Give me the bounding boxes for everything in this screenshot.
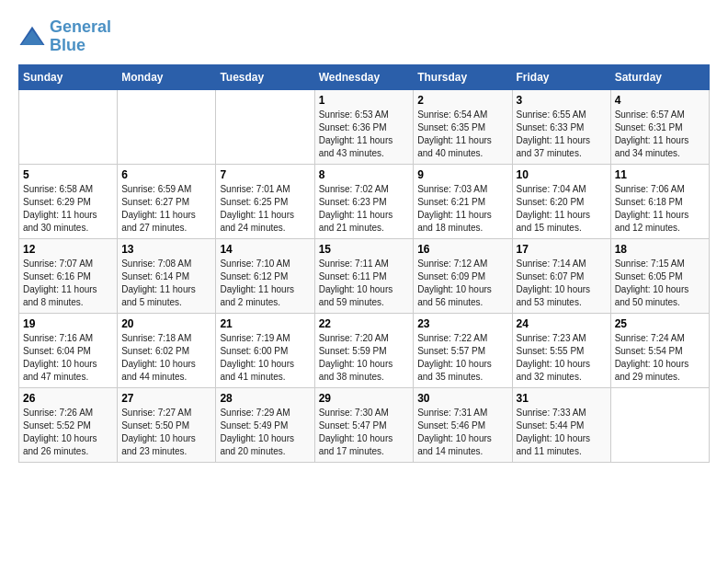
weekday-monday: Monday [118,64,216,89]
day-number: 25 [615,317,705,330]
day-info: Sunrise: 7:01 AM Sunset: 6:25 PM Dayligh… [220,183,310,235]
day-cell: 18Sunrise: 7:15 AM Sunset: 6:05 PM Dayli… [610,238,709,313]
day-info: Sunrise: 7:23 AM Sunset: 5:55 PM Dayligh… [517,332,607,384]
day-info: Sunrise: 7:19 AM Sunset: 6:00 PM Dayligh… [220,332,310,384]
day-cell: 5Sunrise: 6:58 AM Sunset: 6:29 PM Daylig… [19,164,118,238]
day-info: Sunrise: 7:07 AM Sunset: 6:16 PM Dayligh… [23,258,113,309]
day-info: Sunrise: 7:27 AM Sunset: 5:50 PM Dayligh… [121,407,211,458]
week-row-5: 26Sunrise: 7:26 AM Sunset: 5:52 PM Dayli… [19,387,710,462]
day-number: 3 [517,94,607,107]
day-info: Sunrise: 7:06 AM Sunset: 6:18 PM Dayligh… [615,183,705,235]
day-cell: 3Sunrise: 6:55 AM Sunset: 6:33 PM Daylig… [512,89,610,164]
day-number: 9 [417,168,507,181]
day-number: 24 [517,317,607,330]
day-number: 13 [121,243,211,256]
week-row-2: 5Sunrise: 6:58 AM Sunset: 6:29 PM Daylig… [19,164,710,238]
day-info: Sunrise: 7:12 AM Sunset: 6:09 PM Dayligh… [417,258,507,309]
day-cell: 17Sunrise: 7:14 AM Sunset: 6:07 PM Dayli… [512,238,610,313]
day-cell: 11Sunrise: 7:06 AM Sunset: 6:18 PM Dayli… [610,164,709,238]
week-row-3: 12Sunrise: 7:07 AM Sunset: 6:16 PM Dayli… [19,238,710,313]
logo-icon [18,23,46,51]
day-number: 10 [517,168,607,181]
day-cell: 16Sunrise: 7:12 AM Sunset: 6:09 PM Dayli… [414,238,512,313]
day-info: Sunrise: 7:29 AM Sunset: 5:49 PM Dayligh… [220,407,310,458]
day-info: Sunrise: 6:57 AM Sunset: 6:31 PM Dayligh… [615,109,705,160]
calendar-body: 1Sunrise: 6:53 AM Sunset: 6:36 PM Daylig… [19,89,710,462]
day-info: Sunrise: 7:10 AM Sunset: 6:12 PM Dayligh… [220,258,310,309]
day-cell: 19Sunrise: 7:16 AM Sunset: 6:04 PM Dayli… [19,313,118,387]
day-number: 2 [417,94,507,107]
day-cell: 12Sunrise: 7:07 AM Sunset: 6:16 PM Dayli… [19,238,118,313]
day-info: Sunrise: 6:58 AM Sunset: 6:29 PM Dayligh… [23,183,113,235]
day-info: Sunrise: 7:15 AM Sunset: 6:05 PM Dayligh… [615,258,705,309]
day-number: 28 [220,392,310,405]
day-number: 17 [517,243,607,256]
day-info: Sunrise: 7:02 AM Sunset: 6:23 PM Dayligh… [319,183,410,235]
day-number: 26 [23,392,113,405]
day-number: 19 [23,317,113,330]
day-info: Sunrise: 7:04 AM Sunset: 6:20 PM Dayligh… [517,183,607,235]
day-info: Sunrise: 7:18 AM Sunset: 6:02 PM Dayligh… [121,332,211,384]
weekday-wednesday: Wednesday [314,64,414,89]
page-header: General Blue [18,18,710,55]
day-cell: 29Sunrise: 7:30 AM Sunset: 5:47 PM Dayli… [314,387,414,462]
day-number: 5 [23,168,113,181]
day-cell: 28Sunrise: 7:29 AM Sunset: 5:49 PM Dayli… [216,387,314,462]
day-number: 15 [319,243,410,256]
day-number: 18 [615,243,705,256]
day-number: 27 [121,392,211,405]
day-cell: 4Sunrise: 6:57 AM Sunset: 6:31 PM Daylig… [610,89,709,164]
day-cell: 7Sunrise: 7:01 AM Sunset: 6:25 PM Daylig… [216,164,314,238]
day-info: Sunrise: 6:55 AM Sunset: 6:33 PM Dayligh… [517,109,607,160]
weekday-saturday: Saturday [610,64,709,89]
day-cell: 2Sunrise: 6:54 AM Sunset: 6:35 PM Daylig… [414,89,512,164]
day-number: 31 [517,392,607,405]
day-number: 12 [23,243,113,256]
day-cell: 1Sunrise: 6:53 AM Sunset: 6:36 PM Daylig… [314,89,414,164]
day-cell: 15Sunrise: 7:11 AM Sunset: 6:11 PM Dayli… [314,238,414,313]
day-number: 8 [319,168,410,181]
day-cell: 13Sunrise: 7:08 AM Sunset: 6:14 PM Dayli… [118,238,216,313]
day-info: Sunrise: 6:59 AM Sunset: 6:27 PM Dayligh… [121,183,211,235]
day-info: Sunrise: 7:14 AM Sunset: 6:07 PM Dayligh… [517,258,607,309]
day-cell: 31Sunrise: 7:33 AM Sunset: 5:44 PM Dayli… [512,387,610,462]
day-cell: 9Sunrise: 7:03 AM Sunset: 6:21 PM Daylig… [414,164,512,238]
weekday-thursday: Thursday [414,64,512,89]
calendar-table: SundayMondayTuesdayWednesdayThursdayFrid… [18,64,710,463]
day-cell: 30Sunrise: 7:31 AM Sunset: 5:46 PM Dayli… [414,387,512,462]
day-info: Sunrise: 7:11 AM Sunset: 6:11 PM Dayligh… [319,258,410,309]
weekday-header-row: SundayMondayTuesdayWednesdayThursdayFrid… [19,64,710,89]
day-cell: 25Sunrise: 7:24 AM Sunset: 5:54 PM Dayli… [610,313,709,387]
week-row-4: 19Sunrise: 7:16 AM Sunset: 6:04 PM Dayli… [19,313,710,387]
weekday-tuesday: Tuesday [216,64,314,89]
day-info: Sunrise: 7:22 AM Sunset: 5:57 PM Dayligh… [417,332,507,384]
day-cell: 10Sunrise: 7:04 AM Sunset: 6:20 PM Dayli… [512,164,610,238]
day-number: 21 [220,317,310,330]
day-cell: 21Sunrise: 7:19 AM Sunset: 6:00 PM Dayli… [216,313,314,387]
day-cell: 8Sunrise: 7:02 AM Sunset: 6:23 PM Daylig… [314,164,414,238]
day-cell [610,387,709,462]
day-info: Sunrise: 7:30 AM Sunset: 5:47 PM Dayligh… [319,407,410,458]
day-number: 16 [417,243,507,256]
logo: General Blue [18,18,111,55]
day-number: 6 [121,168,211,181]
day-cell [118,89,216,164]
day-cell: 27Sunrise: 7:27 AM Sunset: 5:50 PM Dayli… [118,387,216,462]
day-number: 23 [417,317,507,330]
day-info: Sunrise: 7:16 AM Sunset: 6:04 PM Dayligh… [23,332,113,384]
day-info: Sunrise: 7:08 AM Sunset: 6:14 PM Dayligh… [121,258,211,309]
day-info: Sunrise: 6:53 AM Sunset: 6:36 PM Dayligh… [319,109,410,160]
week-row-1: 1Sunrise: 6:53 AM Sunset: 6:36 PM Daylig… [19,89,710,164]
day-cell: 20Sunrise: 7:18 AM Sunset: 6:02 PM Dayli… [118,313,216,387]
day-number: 29 [319,392,410,405]
logo-text: General Blue [50,18,111,55]
day-info: Sunrise: 7:33 AM Sunset: 5:44 PM Dayligh… [517,407,607,458]
day-cell: 6Sunrise: 6:59 AM Sunset: 6:27 PM Daylig… [118,164,216,238]
day-info: Sunrise: 7:20 AM Sunset: 5:59 PM Dayligh… [319,332,410,384]
day-cell: 14Sunrise: 7:10 AM Sunset: 6:12 PM Dayli… [216,238,314,313]
day-info: Sunrise: 7:26 AM Sunset: 5:52 PM Dayligh… [23,407,113,458]
day-number: 1 [319,94,410,107]
day-number: 7 [220,168,310,181]
day-number: 14 [220,243,310,256]
day-info: Sunrise: 7:24 AM Sunset: 5:54 PM Dayligh… [615,332,705,384]
